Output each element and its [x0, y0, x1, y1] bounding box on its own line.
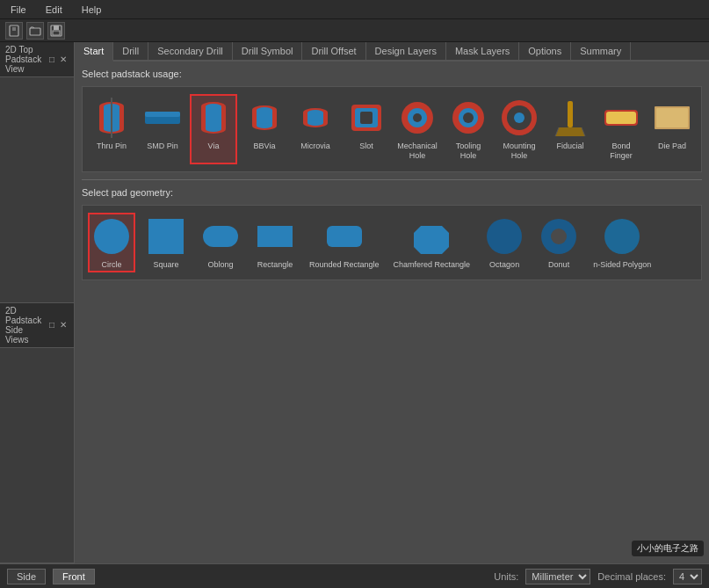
tooling-hole-label: Tooling Hole: [448, 142, 488, 161]
pad-donut[interactable]: Donut: [535, 213, 582, 273]
svg-rect-5: [54, 25, 59, 30]
tab-drill-offset[interactable]: Drill Offset: [302, 42, 365, 60]
pad-chamfered-rectangle[interactable]: Chamfered Rectangle: [390, 213, 474, 273]
padstack-microvia[interactable]: Microvia: [292, 94, 339, 164]
svg-rect-36: [360, 112, 373, 124]
svg-marker-59: [414, 226, 449, 254]
chamfered-rectangle-label: Chamfered Rectangle: [394, 260, 471, 270]
square-icon: [146, 216, 186, 257]
oblong-label: Oblong: [207, 260, 233, 270]
tab-drill-symbol[interactable]: Drill Symbol: [233, 42, 303, 60]
tab-drill[interactable]: Drill: [113, 42, 148, 60]
tab-options[interactable]: Options: [519, 42, 571, 60]
svg-marker-47: [555, 127, 585, 136]
svg-rect-6: [53, 31, 60, 35]
pad-n-sided-polygon[interactable]: n-Sided Polygon: [590, 213, 655, 273]
bond-finger-icon: [601, 98, 641, 138]
svg-point-62: [551, 229, 567, 244]
octagon-icon: [484, 216, 525, 257]
via-icon: [193, 98, 234, 138]
mechanical-hole-icon: [397, 98, 438, 138]
main-layout: 2D Top Padstack View □ ✕ 2D Padstack Sid…: [0, 42, 709, 563]
smd-pin-label: SMD Pin: [147, 142, 178, 151]
tab-mask-layers[interactable]: Mask Layers: [446, 42, 519, 60]
tab-start[interactable]: Start: [75, 42, 113, 62]
decimal-label: Decimal places:: [597, 571, 666, 582]
svg-rect-3: [30, 28, 40, 35]
units-label: Units:: [494, 571, 518, 582]
side-view-float[interactable]: □: [47, 320, 56, 330]
svg-point-42: [463, 113, 474, 123]
side-view-close[interactable]: ✕: [58, 320, 69, 330]
tab-design-layers[interactable]: Design Layers: [366, 42, 446, 60]
front-tab-button[interactable]: Front: [53, 569, 95, 584]
top-view-float[interactable]: □: [47, 54, 56, 64]
pad-geometry-grid: Circle Square: [82, 205, 702, 281]
pad-circle[interactable]: Circle: [88, 213, 135, 273]
pad-rectangle[interactable]: Rectangle: [251, 213, 299, 273]
pad-rounded-rectangle[interactable]: Rounded Rectangle: [306, 213, 383, 273]
mounting-hole-icon: [499, 98, 539, 138]
svg-rect-58: [327, 226, 362, 247]
mounting-hole-label: Mounting Hole: [499, 142, 539, 161]
decimal-select[interactable]: 2 3 4 5 6: [673, 569, 702, 584]
bbvia-icon: [244, 98, 285, 138]
mechanical-hole-label: Mechanical Hole: [397, 142, 438, 161]
donut-label: Donut: [548, 260, 569, 270]
microvia-label: Microvia: [300, 142, 330, 151]
svg-point-63: [604, 219, 640, 254]
fiducial-label: Fiducial: [556, 142, 583, 151]
save-button[interactable]: [47, 22, 65, 40]
side-tab-button[interactable]: Side: [7, 569, 46, 584]
svg-point-45: [514, 113, 525, 123]
square-label: Square: [153, 260, 178, 270]
microvia-icon: [295, 98, 336, 138]
svg-point-33: [307, 120, 323, 126]
top-view-close[interactable]: ✕: [58, 54, 69, 64]
padstack-via[interactable]: Via: [190, 94, 237, 164]
tooling-hole-icon: [448, 98, 488, 138]
pad-square[interactable]: Square: [142, 213, 190, 273]
units-select[interactable]: Millimeter Inch Mils: [525, 569, 590, 584]
side-padstack-view-title: 2D Padstack Side Views □ ✕: [0, 303, 74, 348]
left-panel: 2D Top Padstack View □ ✕ 2D Padstack Sid…: [0, 42, 75, 563]
divider-1: [82, 179, 702, 180]
slot-icon: [346, 98, 387, 138]
smd-pin-icon: [142, 98, 183, 138]
menu-file[interactable]: File: [7, 3, 30, 17]
svg-rect-55: [148, 219, 184, 254]
padstack-die-pad[interactable]: Die Pad: [648, 94, 696, 164]
tab-summary[interactable]: Summary: [571, 42, 631, 60]
pad-octagon[interactable]: Octagon: [481, 213, 528, 273]
padstack-usage-label: Select padstack usage:: [82, 69, 702, 79]
padstack-bbvia[interactable]: BBVia: [241, 94, 288, 164]
padstack-slot[interactable]: Slot: [343, 94, 390, 164]
tab-bar: Start Drill Secondary Drill Drill Symbol…: [75, 42, 709, 62]
padstack-thru-pin[interactable]: Thru Pin: [88, 94, 135, 164]
right-panel: Start Drill Secondary Drill Drill Symbol…: [75, 42, 709, 563]
padstack-bond-finger[interactable]: Bond Finger: [597, 94, 645, 164]
open-button[interactable]: [26, 22, 44, 40]
padstack-mechanical-hole[interactable]: Mechanical Hole: [394, 94, 441, 164]
padstack-mounting-hole[interactable]: Mounting Hole: [496, 94, 543, 164]
die-pad-icon: [652, 98, 692, 138]
svg-point-54: [94, 219, 129, 254]
menu-help[interactable]: Help: [78, 3, 105, 17]
svg-rect-56: [203, 226, 238, 247]
menu-edit[interactable]: Edit: [42, 3, 66, 17]
bond-finger-label: Bond Finger: [601, 142, 641, 161]
svg-rect-20: [206, 106, 221, 129]
circle-label: Circle: [101, 260, 121, 270]
padstack-tooling-hole[interactable]: Tooling Hole: [445, 94, 492, 164]
svg-point-60: [487, 219, 522, 254]
new-button[interactable]: [5, 22, 23, 40]
n-sided-polygon-label: n-Sided Polygon: [593, 260, 651, 270]
oblong-icon: [200, 216, 241, 257]
pad-geometry-label: Select pad geometry:: [82, 187, 702, 198]
padstack-fiducial[interactable]: Fiducial: [546, 94, 594, 164]
pad-oblong[interactable]: Oblong: [197, 213, 244, 273]
padstack-smd-pin[interactable]: SMD Pin: [139, 94, 186, 164]
svg-point-21: [206, 127, 221, 132]
rounded-rectangle-label: Rounded Rectangle: [309, 260, 380, 270]
tab-secondary-drill[interactable]: Secondary Drill: [148, 42, 233, 60]
